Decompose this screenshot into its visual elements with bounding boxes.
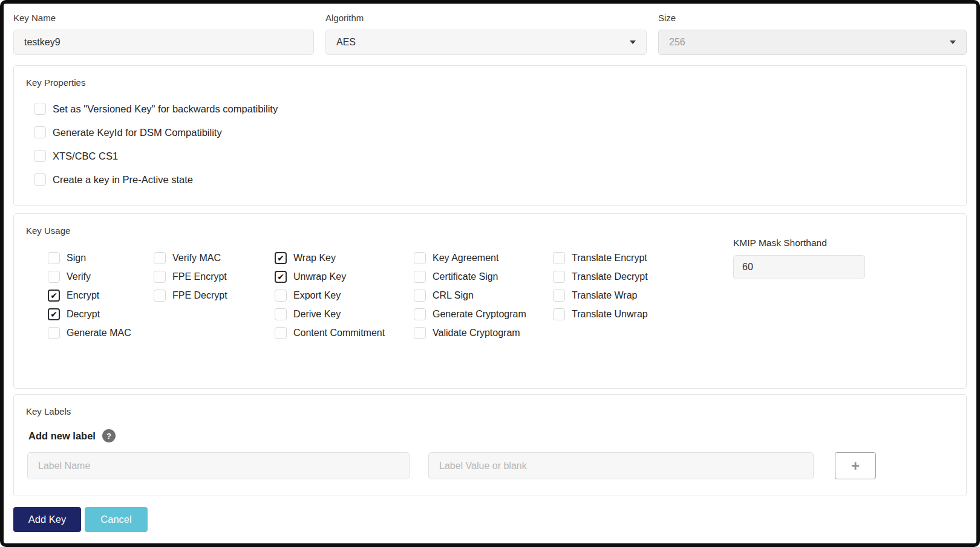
checkbox-label: Create a key in Pre-Active state: [53, 174, 193, 186]
checkbox-sign[interactable]: [48, 252, 60, 264]
key-properties-section: Key Properties Set as "Versioned Key" fo…: [13, 65, 967, 206]
checkbox-label: Certificate Sign: [433, 271, 498, 282]
size-dropdown[interactable]: 256: [658, 30, 967, 55]
checkbox-item-crl-sign: CRL Sign: [414, 290, 553, 302]
checkbox-derive-key[interactable]: [275, 308, 287, 320]
checkbox-item-unwrap-key: ✔Unwrap Key: [275, 271, 414, 283]
label-name-input[interactable]: [27, 452, 410, 479]
key-labels-section: Key Labels Add new label ? +: [13, 394, 967, 496]
checkbox-item-verify-mac: Verify MAC: [154, 252, 275, 264]
key-name-input[interactable]: [13, 30, 314, 55]
checkbox-label: Validate Cryptogram: [433, 328, 520, 338]
algorithm-selected-value: AES: [336, 37, 356, 48]
checkbox-label: Encrypt: [67, 290, 99, 301]
checkbox-label: XTS/CBC CS1: [53, 151, 118, 162]
help-icon[interactable]: ?: [102, 429, 116, 442]
label-value-input[interactable]: [428, 452, 814, 479]
checkbox-label: FPE Encrypt: [172, 271, 227, 282]
checkbox-fpe-encrypt[interactable]: [154, 271, 166, 283]
checkbox-label: Derive Key: [293, 309, 341, 320]
checkbox-fpe-decrypt[interactable]: [154, 290, 166, 302]
checkbox-create-a-key-in-pre-active-state[interactable]: [34, 173, 46, 186]
checkbox-generate-keyid-for-dsm-compatibility[interactable]: [34, 126, 46, 138]
checkbox-item-generate-keyid-for-dsm-compatibility: Generate KeyId for DSM Compatibility: [34, 126, 954, 138]
add-key-button[interactable]: Add Key: [13, 507, 81, 532]
checkbox-item-generate-mac: Generate MAC: [48, 327, 154, 339]
add-label-button[interactable]: +: [835, 452, 876, 479]
checkbox-item-fpe-encrypt: FPE Encrypt: [154, 271, 275, 283]
algorithm-dropdown[interactable]: AES: [325, 30, 647, 55]
key-properties-title: Key Properties: [26, 77, 954, 88]
checked-checkbox-wrap-key[interactable]: ✔: [275, 252, 287, 264]
checkbox-item-export-key: Export Key: [275, 290, 414, 302]
checked-checkbox-unwrap-key[interactable]: ✔: [275, 271, 287, 283]
checkbox-item-translate-wrap: Translate Wrap: [553, 290, 704, 302]
checkbox-item-create-a-key-in-pre-active-state: Create a key in Pre-Active state: [34, 173, 954, 186]
checkbox-item-validate-cryptogram: Validate Cryptogram: [414, 327, 553, 339]
checkbox-export-key[interactable]: [275, 290, 287, 302]
checkbox-item-generate-cryptogram: Generate Cryptogram: [414, 308, 553, 320]
checkbox-generate-cryptogram[interactable]: [414, 308, 426, 320]
checkbox-item-set-as-versioned-key-for-backwards-compatibility: Set as "Versioned Key" for backwards com…: [34, 103, 954, 115]
add-new-label-row: Add new label ?: [28, 429, 954, 442]
checkbox-label: Translate Unwrap: [572, 309, 648, 320]
checkbox-content-commitment[interactable]: [275, 327, 287, 339]
add-new-label-text: Add new label: [28, 430, 96, 442]
plus-icon: +: [851, 459, 860, 473]
checkbox-crl-sign[interactable]: [414, 290, 426, 302]
checkbox-label: FPE Decrypt: [172, 290, 227, 301]
checkbox-item-xts-cbc-cs1: XTS/CBC CS1: [34, 150, 954, 162]
key-properties-list: Set as "Versioned Key" for backwards com…: [34, 103, 954, 186]
checkbox-translate-encrypt[interactable]: [553, 252, 565, 264]
checkbox-validate-cryptogram[interactable]: [414, 327, 426, 339]
checkbox-label: Translate Wrap: [572, 290, 637, 301]
checkbox-label: Generate KeyId for DSM Compatibility: [53, 127, 222, 138]
key-name-label: Key Name: [13, 12, 314, 24]
checkbox-label: Generate Cryptogram: [433, 309, 526, 320]
key-usage-column: SignVerify✔Encrypt✔DecryptGenerate MAC: [48, 252, 154, 339]
checkbox-item-certificate-sign: Certificate Sign: [414, 271, 553, 283]
checkbox-label: Verify MAC: [172, 253, 221, 264]
key-usage-grid: SignVerify✔Encrypt✔DecryptGenerate MACVe…: [48, 252, 954, 339]
checkbox-label: Sign: [67, 253, 86, 264]
checkbox-item-derive-key: Derive Key: [275, 308, 414, 320]
checkbox-label: Wrap Key: [293, 253, 336, 264]
checkbox-translate-decrypt[interactable]: [553, 271, 565, 283]
checked-checkbox-encrypt[interactable]: ✔: [48, 290, 60, 302]
chevron-down-icon: [950, 40, 956, 44]
checkbox-xts-cbc-cs1[interactable]: [34, 150, 46, 162]
label-inputs-row: +: [26, 452, 954, 479]
checkbox-set-as-versioned-key-for-backwards-compatibility[interactable]: [34, 103, 46, 115]
checkbox-key-agreement[interactable]: [414, 252, 426, 264]
checkbox-item-key-agreement: Key Agreement: [414, 252, 553, 264]
checkbox-label: Key Agreement: [433, 253, 498, 264]
algorithm-label: Algorithm: [325, 12, 647, 24]
checked-checkbox-decrypt[interactable]: ✔: [48, 308, 60, 320]
key-labels-title: Key Labels: [26, 406, 954, 417]
cancel-button[interactable]: Cancel: [85, 507, 148, 532]
checkbox-verify-mac[interactable]: [154, 252, 166, 264]
checkbox-translate-wrap[interactable]: [553, 290, 565, 302]
kmip-mask-shorthand-label: KMIP Mask Shorthand: [733, 238, 865, 248]
checkbox-item-wrap-key: ✔Wrap Key: [275, 252, 414, 264]
checkbox-label: Generate MAC: [67, 328, 131, 338]
checkbox-label: Export Key: [293, 290, 341, 301]
size-field: Size 256: [658, 12, 967, 55]
top-fields-row: Key Name Algorithm AES Size 256: [13, 12, 967, 55]
key-usage-column: Key AgreementCertificate SignCRL SignGen…: [414, 252, 553, 339]
checkbox-certificate-sign[interactable]: [414, 271, 426, 283]
checkbox-item-translate-encrypt: Translate Encrypt: [553, 252, 704, 264]
checkbox-generate-mac[interactable]: [48, 327, 60, 339]
checkbox-label: Decrypt: [67, 309, 100, 320]
kmip-mask-shorthand-input[interactable]: [733, 255, 865, 279]
checkbox-label: Set as "Versioned Key" for backwards com…: [53, 103, 278, 115]
checkbox-label: Unwrap Key: [293, 271, 346, 282]
checkbox-label: Translate Decrypt: [572, 271, 648, 282]
key-usage-title: Key Usage: [26, 225, 954, 236]
checkbox-translate-unwrap[interactable]: [553, 308, 565, 320]
checkbox-verify[interactable]: [48, 271, 60, 283]
key-usage-column: ✔Wrap Key✔Unwrap KeyExport KeyDerive Key…: [275, 252, 414, 339]
form-actions: Add Key Cancel: [13, 507, 967, 532]
size-label: Size: [658, 12, 967, 24]
checkbox-label: Translate Encrypt: [572, 253, 647, 264]
